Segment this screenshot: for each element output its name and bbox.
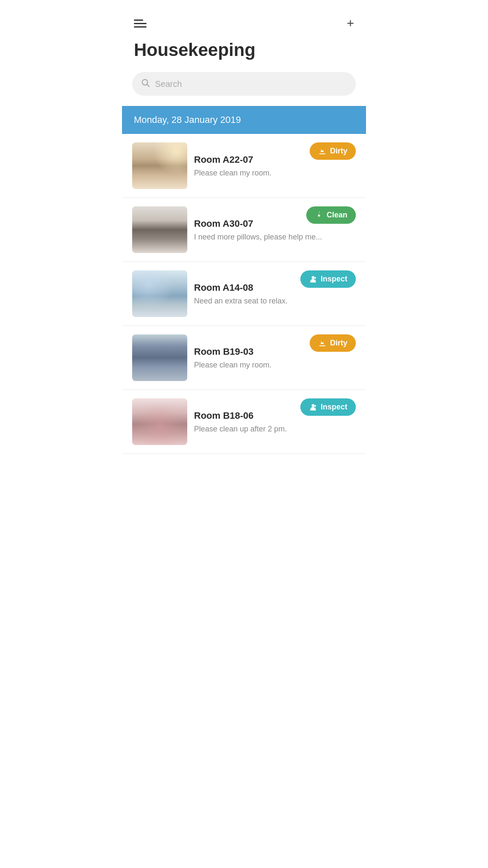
room-description: Please clean up after 2 pm.	[194, 425, 356, 434]
date-banner: Monday, 28 January 2019	[122, 106, 366, 134]
status-label: Clean	[327, 211, 347, 220]
room-thumbnail	[132, 206, 187, 253]
list-item[interactable]: Room A30-07 I need more pillows, please …	[122, 198, 366, 262]
status-badge-dirty[interactable]: Dirty	[310, 142, 356, 160]
status-badge-inspect[interactable]: Inspect	[300, 398, 356, 416]
room-description: Please clean my room.	[194, 169, 356, 178]
add-button[interactable]: +	[347, 17, 354, 30]
page-title: Housekeeping	[122, 36, 366, 72]
svg-point-6	[312, 404, 315, 407]
app-header: +	[122, 0, 366, 36]
list-item[interactable]: Room B19-03 Please clean my room. Dirty	[122, 326, 366, 390]
list-item[interactable]: Room A22-07 Please clean my room. Dirty	[122, 134, 366, 198]
room-list: Room A22-07 Please clean my room. Dirty …	[122, 134, 366, 454]
svg-point-7	[314, 405, 316, 406]
svg-line-1	[147, 84, 149, 86]
room-thumbnail	[132, 142, 187, 189]
svg-point-4	[314, 277, 316, 278]
status-label: Dirty	[330, 339, 347, 348]
status-icon	[309, 403, 317, 412]
list-item[interactable]: Room B18-06 Please clean up after 2 pm. …	[122, 390, 366, 454]
svg-point-3	[312, 276, 315, 279]
status-badge-inspect[interactable]: Inspect	[300, 270, 356, 288]
status-label: Dirty	[330, 147, 347, 156]
status-badge-dirty[interactable]: Dirty	[310, 334, 356, 352]
status-icon	[318, 339, 327, 348]
svg-rect-5	[319, 345, 325, 346]
search-icon	[141, 78, 150, 90]
status-badge-clean[interactable]: Clean	[306, 206, 356, 224]
room-description: I need more pillows, please help me...	[194, 233, 356, 242]
room-thumbnail	[132, 334, 187, 381]
search-input[interactable]	[155, 79, 347, 89]
room-description: Need an extra seat to relax.	[194, 297, 356, 306]
menu-button[interactable]	[134, 19, 147, 28]
room-thumbnail	[132, 270, 187, 317]
room-description: Please clean my room.	[194, 361, 356, 370]
status-label: Inspect	[321, 403, 347, 412]
status-icon	[315, 211, 323, 220]
status-icon	[318, 147, 327, 156]
room-thumbnail	[132, 398, 187, 445]
status-icon	[309, 275, 317, 284]
svg-rect-2	[319, 153, 325, 154]
list-item[interactable]: Room A14-08 Need an extra seat to relax.…	[122, 262, 366, 326]
search-bar[interactable]	[132, 72, 356, 96]
status-label: Inspect	[321, 275, 347, 284]
